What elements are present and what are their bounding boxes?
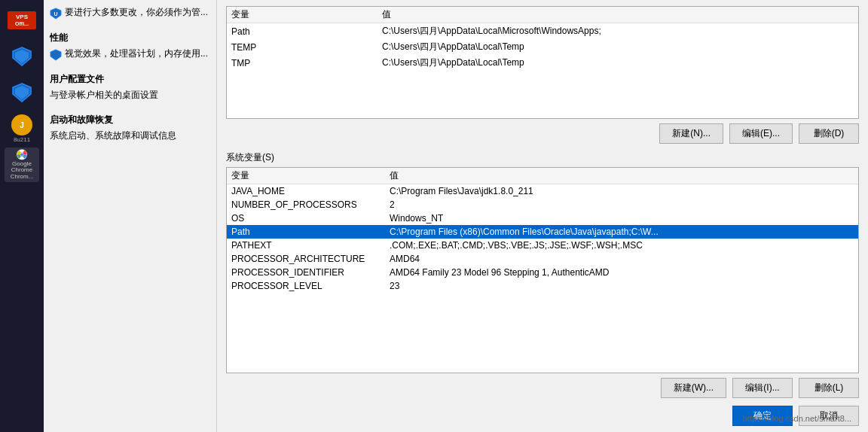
taskbar-chrome-icon[interactable]: Google Chrome Chrom... <box>5 148 39 182</box>
svg-text:U: U <box>53 11 57 17</box>
sys-env-row[interactable]: OSWindows_NT <box>227 211 858 225</box>
sys-env-var-cell: PROCESSOR_IDENTIFIER <box>227 266 385 279</box>
vps-icon-label: VPS <box>11 14 33 21</box>
sys-env-val-cell: 2 <box>385 198 858 211</box>
sys-env-row[interactable]: PROCESSOR_IDENTIFIERAMD64 Family 23 Mode… <box>227 266 858 279</box>
right-panel: 变量 值 PathC:\Users\四月\AppData\Local\Micro… <box>217 0 868 432</box>
user-env-buttons: 新建(N)... 编辑(E)... 删除(D) <box>226 123 859 144</box>
user-col-variable: 变量 <box>227 7 377 23</box>
startup-desc: 系统启动、系统故障和调试信息 <box>50 129 210 142</box>
sys-env-row[interactable]: PATHEXT.COM;.EXE;.BAT;.CMD;.VBS;.VBE;.JS… <box>227 239 858 252</box>
sys-col-variable: 变量 <box>227 168 385 184</box>
taskbar-vps-icon[interactable]: VPS Offi... <box>5 3 39 38</box>
system-properties-window: U 要进行大多数更改，你必须作为管... 性能 视觉效果，处理器计划，内存使用.… <box>44 0 868 432</box>
sys-env-section: 系统变量(S) 变量 值 JAVA_HOMEC:\Program Files\J… <box>226 151 859 406</box>
sys-env-row[interactable]: PROCESSOR_ARCHITECTUREAMD64 <box>227 252 858 266</box>
user-col-value: 值 <box>377 7 858 23</box>
sys-env-var-cell: Path <box>227 225 385 239</box>
sys-env-val-cell: AMD64 <box>385 252 858 266</box>
sys-env-var-cell: PROCESSOR_LEVEL <box>227 279 385 293</box>
perf-title: 性能 <box>50 32 210 44</box>
user-profile-desc: 与登录帐户相关的桌面设置 <box>50 89 210 102</box>
user-env-val-cell: C:\Users\四月\AppData\Local\Microsoft\Wind… <box>377 23 858 40</box>
sys-env-val-cell: C:\Program Files (x86)\Common Files\Orac… <box>385 225 858 239</box>
shield-perf-icon <box>50 49 62 61</box>
taskbar-shield1-icon[interactable] <box>5 39 39 74</box>
user-env-var-cell: Path <box>227 23 377 40</box>
sys-env-val-cell: AMD64 Family 23 Model 96 Stepping 1, Aut… <box>385 266 858 279</box>
user-profile-title: 用户配置文件 <box>50 73 210 86</box>
sys-env-var-cell: PROCESSOR_ARCHITECTURE <box>227 252 385 266</box>
startup-title: 启动和故障恢复 <box>50 114 210 126</box>
sys-delete-button[interactable]: 删除(L) <box>799 378 859 398</box>
sys-env-var-cell: NUMBER_OF_PROCESSORS <box>227 198 385 211</box>
sys-env-table-container[interactable]: 变量 值 JAVA_HOMEC:\Program Files\Java\jdk1… <box>226 167 859 373</box>
admin-notice-text: 要进行大多数更改，你必须作为管... <box>65 6 208 19</box>
sys-env-row[interactable]: NUMBER_OF_PROCESSORS2 <box>227 198 858 211</box>
sys-env-row[interactable]: PathC:\Program Files (x86)\Common Files\… <box>227 225 858 239</box>
user-profile-section: 用户配置文件 与登录帐户相关的桌面设置 <box>50 73 210 102</box>
sys-env-var-cell: OS <box>227 211 385 225</box>
taskbar: VPS Offi... J 8u211 <box>0 0 44 432</box>
sys-env-var-cell: JAVA_HOME <box>227 184 385 199</box>
user-new-button[interactable]: 新建(N)... <box>659 123 723 144</box>
user-env-row[interactable]: PathC:\Users\四月\AppData\Local\Microsoft\… <box>227 23 858 40</box>
user-env-table: 变量 值 PathC:\Users\四月\AppData\Local\Micro… <box>227 7 858 71</box>
sys-env-title: 系统变量(S) <box>226 151 859 164</box>
svg-point-7 <box>20 153 23 156</box>
admin-notice-section: U 要进行大多数更改，你必须作为管... <box>50 6 210 20</box>
sys-env-val-cell: 23 <box>385 279 858 293</box>
shield-admin-icon: U <box>50 8 62 20</box>
taskbar-shield2-icon[interactable] <box>5 75 39 110</box>
bottom-buttons: 确定 取消 https://blog.csdn.net/smart8... <box>226 406 859 426</box>
user-env-val-cell: C:\Users\四月\AppData\Local\Temp <box>377 39 858 55</box>
sys-env-var-cell: PATHEXT <box>227 239 385 252</box>
vps-icon-sublabel: Offi... <box>11 21 33 27</box>
sys-env-val-cell: C:\Program Files\Java\jdk1.8.0_211 <box>385 184 858 199</box>
svg-marker-10 <box>50 50 61 60</box>
user-delete-button[interactable]: 删除(D) <box>799 123 859 144</box>
sys-env-val-cell: .COM;.EXE;.BAT;.CMD;.VBS;.VBE;.JS;.JSE;.… <box>385 239 858 252</box>
left-panel: U 要进行大多数更改，你必须作为管... 性能 视觉效果，处理器计划，内存使用.… <box>44 0 217 432</box>
perf-desc: 视觉效果，处理器计划，内存使用... <box>65 47 208 60</box>
user-env-row[interactable]: TMPC:\Users\四月\AppData\Local\Temp <box>227 55 858 71</box>
user-env-section: 变量 值 PathC:\Users\四月\AppData\Local\Micro… <box>226 6 859 151</box>
user-env-row[interactable]: TEMPC:\Users\四月\AppData\Local\Temp <box>227 39 858 55</box>
perf-section: 性能 视觉效果，处理器计划，内存使用... <box>50 32 210 61</box>
startup-section: 启动和故障恢复 系统启动、系统故障和调试信息 <box>50 114 210 142</box>
sys-edit-button[interactable]: 编辑(I)... <box>732 378 793 398</box>
user-env-var-cell: TMP <box>227 55 377 71</box>
java-version-label: 8u211 <box>14 136 30 143</box>
sys-env-row[interactable]: PROCESSOR_LEVEL23 <box>227 279 858 293</box>
sys-env-row[interactable]: JAVA_HOMEC:\Program Files\Java\jdk1.8.0_… <box>227 184 858 199</box>
sys-env-val-cell: Windows_NT <box>385 211 858 225</box>
user-env-val-cell: C:\Users\四月\AppData\Local\Temp <box>377 55 858 71</box>
sys-env-buttons: 新建(W)... 编辑(I)... 删除(L) <box>226 378 859 398</box>
user-env-table-container[interactable]: 变量 值 PathC:\Users\四月\AppData\Local\Micro… <box>226 6 859 119</box>
taskbar-java-icon[interactable]: J 8u211 <box>5 111 39 146</box>
sys-env-table: 变量 值 JAVA_HOMEC:\Program Files\Java\jdk1… <box>227 168 858 293</box>
sys-col-value: 值 <box>385 168 858 184</box>
chrome-label: Google Chrome Chrom... <box>6 161 38 181</box>
sys-new-button[interactable]: 新建(W)... <box>661 378 726 398</box>
user-env-var-cell: TEMP <box>227 39 377 55</box>
user-edit-button[interactable]: 编辑(E)... <box>729 123 793 144</box>
url-watermark: https://blog.csdn.net/smart8... <box>743 414 851 423</box>
